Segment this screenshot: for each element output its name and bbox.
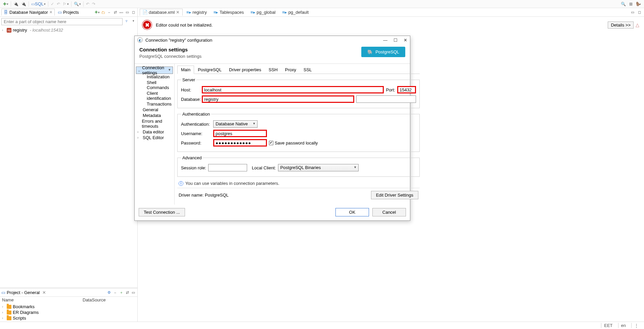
db-item-hostport: - localhost:15432 (30, 28, 63, 33)
nav-data-editor[interactable]: ›Data editor (136, 129, 173, 135)
editor-tab-database-xml[interactable]: 📄 database.xml ✕ (140, 9, 183, 16)
project-item-er-diagrams[interactable]: › ER Diagrams (2, 310, 135, 315)
database-extra-input[interactable] (356, 95, 416, 103)
tab-proxy[interactable]: Proxy (281, 66, 300, 74)
undo-icon[interactable]: ↶ (85, 2, 90, 6)
close-icon[interactable]: ✕ (42, 290, 46, 295)
nav-connection-settings[interactable]: ⌄Connection settings (136, 67, 173, 74)
dialog-titlebar[interactable]: ◐ Connection "registry" configuration — … (135, 36, 410, 44)
disconnect-icon[interactable]: 🔌 (20, 2, 27, 6)
sql-editor-button[interactable]: ▭ SQL▾ (30, 1, 47, 6)
database-input[interactable] (202, 95, 354, 103)
perspective-icon[interactable]: ⊞ (628, 2, 634, 6)
minimize-icon[interactable]: ▭ (131, 290, 136, 295)
local-client-select[interactable]: PostgreSQL Binaries (278, 164, 359, 171)
link-icon[interactable]: ⇄ (112, 10, 118, 15)
chevron-right-icon[interactable]: › (137, 136, 141, 139)
maximize-editor-icon[interactable]: ◻ (637, 10, 642, 15)
status-timezone: EET (601, 323, 615, 328)
redo-icon[interactable]: ↷ (91, 2, 96, 6)
proj-item-label: ER Diagrams (13, 310, 39, 315)
username-input[interactable] (213, 130, 267, 137)
info-text: You can use variables in connection para… (185, 181, 279, 186)
window-close-icon[interactable]: ✕ (404, 38, 407, 43)
ok-button[interactable]: OK (335, 208, 369, 216)
test-connection-button[interactable]: Test Connection ... (139, 208, 185, 216)
driver-row: Driver name: PostgreSQL Edit Driver Sett… (177, 188, 420, 202)
new-conn-icon[interactable]: ✚▾ (94, 10, 100, 15)
gear-icon[interactable]: ⚙ (106, 290, 112, 295)
tx-menu-icon[interactable]: 🏳▾ (62, 2, 70, 6)
collapse-icon[interactable]: − (106, 10, 112, 15)
maximize-icon[interactable]: ◻ (131, 10, 136, 15)
new-connection-icon[interactable]: ✚▾ (2, 2, 9, 6)
nav-errors-timeouts[interactable]: Errors and timeouts (136, 118, 173, 129)
tab-main[interactable]: Main (177, 66, 194, 74)
advanced-group: Advanced Session role: Local Client: Pos… (177, 155, 420, 177)
nav-client-identification[interactable]: Client identification (136, 90, 173, 101)
window-minimize-icon[interactable]: — (383, 38, 387, 43)
commit-icon[interactable]: ✓ (50, 2, 55, 6)
tab-driver-properties[interactable]: Driver properties (225, 66, 265, 74)
tab-projects[interactable]: ▭ Projects (55, 9, 81, 16)
host-input[interactable] (202, 86, 384, 93)
tab-ssl[interactable]: SSL (300, 66, 316, 74)
session-role-input[interactable] (208, 164, 247, 171)
nav-transactions[interactable]: Transactions (136, 101, 173, 107)
tab-ssh[interactable]: SSH (265, 66, 281, 74)
window-maximize-icon[interactable]: ☐ (394, 38, 398, 43)
chevron-right-icon[interactable]: › (2, 311, 5, 314)
edit-driver-settings-button[interactable]: Edit Driver Settings (371, 191, 418, 199)
nav-metadata[interactable]: Metadata (136, 113, 173, 118)
folder-icon[interactable]: 🗀 (100, 10, 106, 15)
minimize-editor-icon[interactable]: ▭ (630, 10, 635, 15)
projects-icon: ▭ (58, 10, 62, 15)
main-toolbar: ✚▾ 🔌 🔌 ▭ SQL▾ ✓ ↶ 🏳▾ 🔍▾ ↶ ↷ 🔍 ⊞ 🦫 (0, 0, 644, 8)
chevron-right-icon[interactable]: › (2, 28, 5, 32)
close-icon[interactable]: ✕ (176, 10, 180, 15)
quick-search-icon[interactable]: 🔍 (620, 2, 627, 6)
editor-tab-registry[interactable]: ≡▸ registry (183, 9, 210, 16)
folder-icon (7, 305, 11, 309)
filter-icon[interactable]: ▿ (124, 18, 129, 24)
connection-tabstrip: Main PostgreSQL Driver properties SSH Pr… (177, 65, 420, 74)
tab-postgresql[interactable]: PostgreSQL (194, 66, 225, 74)
editor-tab-pg-default[interactable]: ≡▸ pg_default (279, 9, 312, 16)
close-icon[interactable]: ✕ (49, 10, 52, 14)
dbeaver-icon[interactable]: 🦫 (635, 2, 642, 6)
search-menu-icon[interactable]: 🔍▾ (73, 2, 82, 6)
collapse-icon[interactable]: − (112, 290, 118, 295)
auth-mode-select[interactable]: Database Native (213, 120, 258, 128)
nav-label: Client identification (147, 91, 172, 101)
view-menu-icon[interactable]: ▫▫▫ (119, 10, 124, 15)
db-tree: › pg registry - localhost:15432 (0, 27, 137, 287)
editor-tab-tablespaces[interactable]: ≡▸ Tablespaces (211, 9, 247, 16)
nav-shell-commands[interactable]: Shell Commands (136, 80, 173, 90)
chevron-down-icon[interactable]: ⌄ (138, 69, 141, 72)
nav-sql-editor[interactable]: ›SQL Editor (136, 135, 173, 140)
cancel-button[interactable]: Cancel (372, 208, 406, 216)
rollback-icon[interactable]: ↶ (56, 2, 61, 6)
details-button[interactable]: Details >> (608, 22, 634, 29)
save-password-checkbox[interactable]: ✔ Save password locally (269, 140, 318, 146)
db-tree-item-registry[interactable]: › pg registry - localhost:15432 (1, 27, 136, 33)
minimize-icon[interactable]: ▭ (125, 10, 130, 15)
link-icon[interactable]: ⇄ (125, 290, 130, 295)
connect-icon[interactable]: 🔌 (12, 2, 19, 6)
status-notifications-icon[interactable]: ⋮ (631, 323, 641, 328)
nav-general[interactable]: General (136, 107, 173, 113)
filter-menu-icon[interactable]: ▾ (131, 18, 136, 24)
chevron-right-icon[interactable]: › (137, 130, 141, 134)
project-item-bookmarks[interactable]: › Bookmarks (2, 304, 135, 310)
editor-tab-pg-global[interactable]: ≡▸ pg_global (247, 9, 278, 16)
nav-filter-input[interactable] (1, 18, 123, 25)
chevron-right-icon[interactable]: › (2, 305, 5, 309)
chevron-right-icon[interactable]: › (2, 316, 5, 320)
tab-database-navigator[interactable]: 🗄 Database Navigator ✕ (1, 9, 55, 16)
project-item-scripts[interactable]: › Scripts (2, 315, 135, 321)
schema-icon: ≡▸ (186, 10, 191, 15)
add-icon[interactable]: ＋ (119, 290, 124, 295)
separator (71, 1, 72, 7)
password-input[interactable] (213, 139, 267, 147)
port-input[interactable] (397, 86, 416, 93)
